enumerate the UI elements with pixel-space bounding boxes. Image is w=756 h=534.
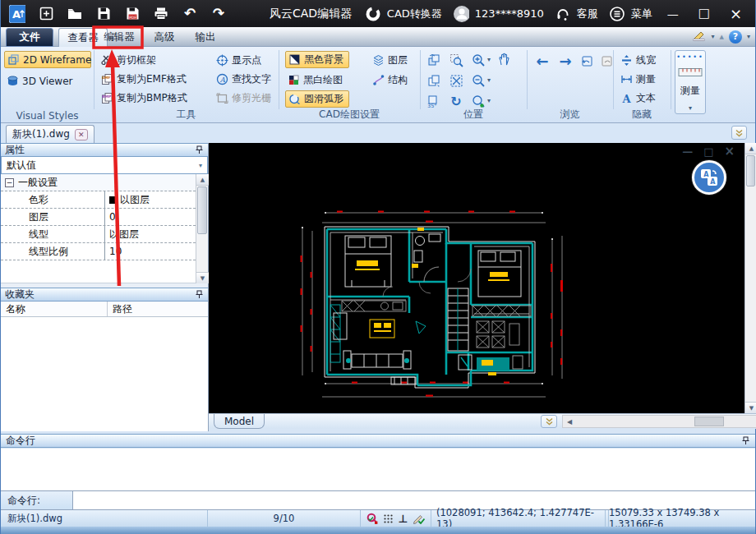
button-hide-linewidth[interactable]: 线宽 — [620, 52, 656, 69]
measure-tool-button[interactable]: ••••• 测量 ▾ — [675, 50, 706, 114]
zoom-out-dropdown[interactable]: ▾ — [487, 76, 491, 84]
tab-file[interactable]: 文件 — [6, 28, 53, 47]
pin-icon[interactable] — [195, 290, 204, 299]
osnap-pen-icon[interactable] — [413, 513, 425, 524]
scrollbar-thumb[interactable] — [694, 417, 724, 426]
menu-button[interactable]: 菜单 — [631, 7, 652, 21]
property-row-linetype[interactable]: 线型 以图层 — [1, 226, 208, 243]
column-path[interactable]: 路径 — [108, 302, 208, 316]
button-hide-text[interactable]: A 文本 — [620, 90, 656, 107]
command-panel-title: 命令行 — [6, 434, 35, 448]
button-black-background[interactable]: 黑色背景 — [285, 51, 349, 68]
layout-collapse-button[interactable] — [541, 415, 557, 428]
converter-ring-icon[interactable] — [365, 6, 381, 22]
translate-float-button[interactable]: A A — [692, 160, 726, 195]
redo-icon[interactable]: ↷ — [210, 6, 227, 22]
button-layers[interactable]: 图层 — [372, 52, 408, 69]
command-history[interactable] — [1, 449, 755, 490]
scroll-left-icon[interactable]: ◀ — [563, 416, 576, 427]
button-copy-emf[interactable]: EMF 复制为EMF格式 — [101, 71, 187, 88]
prev-layout-icon[interactable] — [578, 52, 596, 70]
scroll-down-icon[interactable]: ▼ — [196, 272, 209, 283]
button-copy-bmp[interactable]: BMP 复制为BMP格式 — [101, 90, 187, 107]
account-id[interactable]: 123****8910 — [475, 7, 544, 20]
button-trim-raster[interactable]: 修剪光栅 — [216, 90, 271, 107]
button-2d-wireframe[interactable]: 2D Wireframe — [4, 51, 91, 68]
scrollbar-thumb[interactable] — [746, 155, 755, 186]
browse-back-icon[interactable]: ← — [533, 52, 551, 70]
preset-dropdown[interactable]: 默认值 ▾ — [1, 157, 208, 174]
scroll-up-icon[interactable]: ▲ — [196, 174, 209, 186]
property-row-ltscale[interactable]: 线型比例 10 — [1, 243, 208, 260]
open-folder-icon[interactable] — [67, 6, 83, 22]
group-label-visual-styles: Visual Styles — [1, 110, 94, 122]
tab-advanced[interactable]: 高级 — [147, 28, 182, 47]
scrollbar-thumb[interactable] — [197, 186, 207, 234]
zoom-in-dropdown[interactable]: ▾ — [487, 56, 491, 63]
scroll-down-icon[interactable]: ▼ — [745, 402, 756, 413]
button-bw-drawing[interactable]: 黑白绘图 — [288, 71, 343, 89]
column-name[interactable]: 名称 — [1, 302, 108, 316]
pan-hand-icon[interactable] — [496, 50, 514, 68]
minimize-button[interactable]: — — [667, 8, 679, 20]
fit-extents-icon[interactable] — [447, 71, 465, 90]
tabbar-collapse-button[interactable] — [731, 126, 747, 140]
close-button[interactable]: × — [730, 7, 742, 21]
button-hide-measure[interactable]: 测量 — [620, 71, 656, 88]
zoom-scale-dropdown[interactable]: ▾ — [487, 97, 491, 104]
zoom-in-icon[interactable] — [469, 51, 487, 69]
mdi-close-button[interactable]: × — [724, 145, 735, 158]
save-icon[interactable] — [95, 6, 112, 22]
save-as-pdf-icon[interactable]: PDF — [124, 6, 141, 22]
rotate-view-icon[interactable] — [425, 51, 443, 69]
button-smooth-arc[interactable]: 圆滑弧形 — [285, 90, 349, 108]
button-3d-viewer[interactable]: 3D Viewer — [7, 72, 72, 90]
zoom-window-icon[interactable] — [447, 51, 465, 69]
drawing-canvas[interactable]: — □ × A A — [209, 143, 744, 413]
document-tab[interactable]: 新块(1).dwg ✕ — [6, 125, 94, 143]
property-group-row[interactable]: −一般设置 — [1, 174, 208, 191]
ortho-toggle-icon[interactable]: ⊥ — [399, 513, 408, 525]
button-find-text[interactable]: A 查找文字 — [216, 71, 271, 88]
quick-edit-icon[interactable] — [693, 29, 707, 44]
document-tab-bar: 新块(1).dwg ✕ — [1, 123, 755, 143]
avatar[interactable] — [453, 6, 469, 22]
mdi-restore-button[interactable]: □ — [703, 146, 713, 157]
maximize-button[interactable]: □ — [698, 7, 710, 20]
property-row-color[interactable]: 色彩 以图层 — [1, 191, 208, 209]
new-file-icon[interactable] — [38, 6, 54, 22]
menu-circle-icon[interactable] — [609, 6, 625, 22]
canvas-hscrollbar[interactable]: ◀ ▶ — [562, 415, 756, 428]
pin-icon[interactable] — [195, 145, 204, 154]
undo-icon[interactable]: ↶ — [182, 6, 198, 22]
next-layout-icon[interactable] — [597, 52, 615, 70]
mdi-minimize-button[interactable]: — — [682, 146, 693, 157]
ribbon-collapse-icon[interactable]: ▲ — [720, 34, 724, 40]
tab-model[interactable]: Model — [214, 414, 265, 429]
grid-toggle-icon[interactable] — [383, 513, 394, 524]
pin-icon[interactable] — [741, 436, 750, 445]
tab-output[interactable]: 输出 — [188, 28, 223, 47]
quick-edit-dropdown[interactable]: ▾ — [712, 33, 715, 40]
print-icon[interactable] — [153, 6, 169, 22]
headset-icon[interactable] — [555, 6, 571, 22]
canvas-vscrollbar[interactable]: ▲ ▼ — [744, 143, 756, 413]
support-button[interactable]: 客服 — [577, 7, 598, 21]
collapse-minus-icon[interactable]: − — [5, 178, 14, 187]
copy-view-icon[interactable] — [425, 71, 443, 90]
button-cut-frame[interactable]: 剪切框架 — [101, 52, 156, 69]
button-structure[interactable]: 结构 — [372, 71, 408, 89]
cad-converter-button[interactable]: CAD转换器 — [387, 7, 442, 21]
property-row-layer[interactable]: 图层 0 — [1, 209, 208, 226]
tab-editor[interactable]: 编辑器 — [99, 28, 139, 47]
zoom-out-icon[interactable] — [469, 71, 487, 90]
browse-forward-icon[interactable]: → — [556, 52, 574, 70]
snap-toggle-icon[interactable] — [366, 513, 378, 524]
help-dropdown[interactable]: ▾ — [747, 33, 750, 40]
measure-dropdown[interactable]: ▾ — [689, 104, 692, 112]
help-button[interactable]: ? — [729, 30, 742, 44]
properties-scrollbar[interactable]: ▲ ▼ — [196, 174, 208, 283]
scroll-up-icon[interactable]: ▲ — [745, 143, 756, 154]
document-close-icon[interactable]: ✕ — [75, 129, 88, 140]
button-show-points[interactable]: 显示点 — [216, 52, 261, 69]
